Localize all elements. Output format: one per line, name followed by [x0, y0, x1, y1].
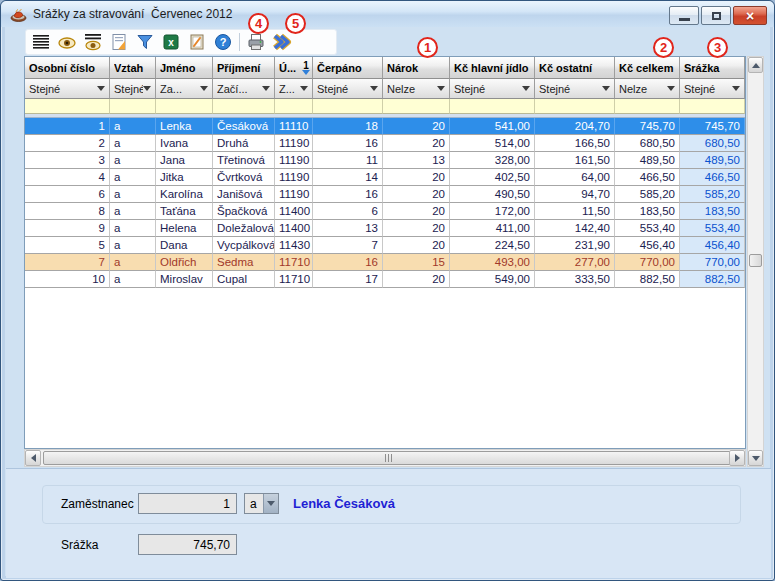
header-cell[interactable]: Nárok	[383, 57, 450, 79]
search-input-cell[interactable]	[110, 99, 156, 114]
header-cell[interactable]: Kč hlavní jídlo	[450, 57, 535, 79]
filter-cell[interactable]: Stejné	[535, 79, 615, 99]
close-icon: ×	[746, 9, 754, 23]
table-row[interactable]: 2aIvanaDruhá111901620514,00166,50680,506…	[25, 135, 745, 152]
show-columns-button[interactable]	[80, 30, 106, 54]
search-input-cell[interactable]	[25, 99, 110, 114]
search-input-cell[interactable]	[213, 99, 275, 114]
maximize-button[interactable]	[701, 6, 731, 25]
header-cell[interactable]: Srážka	[680, 57, 745, 79]
edit-button[interactable]	[184, 30, 210, 54]
header-cell[interactable]: Ú...1	[275, 57, 313, 79]
grid-cell: a	[110, 152, 156, 169]
help-button[interactable]: ?	[210, 30, 236, 54]
grid-cell: 745,70	[615, 118, 680, 135]
search-input-cell[interactable]	[313, 99, 383, 114]
header-cell[interactable]: Čerpáno	[313, 57, 383, 79]
eye-icon	[57, 32, 77, 52]
employee-number-field[interactable]	[138, 493, 237, 514]
grid-cell: Třetinová	[213, 152, 275, 169]
grid-cell: 2	[25, 135, 110, 152]
grid-filter-row: StejnéStejnéZa...Začí...Z...StejnéNelzeS…	[25, 79, 745, 99]
grip-icon	[388, 454, 389, 462]
table-row[interactable]: 8aTaťánaŠpačková11400620172,0011,50183,5…	[25, 203, 745, 220]
grid-cell: 15	[383, 254, 450, 271]
dropdown-arrow-icon	[262, 86, 270, 91]
grid-cell: a	[110, 203, 156, 220]
dropdown-arrow-icon	[300, 86, 308, 91]
table-row[interactable]: 10aMiroslavCupal117101720549,00333,50882…	[25, 271, 745, 288]
search-input-cell[interactable]	[450, 99, 535, 114]
grid-cell: Taťána	[156, 203, 213, 220]
grid-cell: 466,50	[615, 169, 680, 186]
grid-cell: 5	[25, 237, 110, 254]
scroll-right-button[interactable]	[729, 450, 745, 466]
header-label: Kč celkem	[619, 62, 677, 74]
next-button[interactable]	[269, 30, 295, 54]
filter-cell[interactable]: Stejné	[450, 79, 535, 99]
scroll-left-button[interactable]	[25, 450, 41, 466]
note-button[interactable]	[106, 30, 132, 54]
header-cell[interactable]: Jméno	[156, 57, 213, 79]
vertical-scrollbar[interactable]	[747, 56, 764, 467]
filter-cell[interactable]: Nelze	[615, 79, 680, 99]
grid-cell: 456,40	[680, 237, 745, 254]
horizontal-scrollbar[interactable]	[24, 449, 746, 467]
sort-indicator: 1	[302, 61, 310, 75]
excel-export-button[interactable]: x	[158, 30, 184, 54]
grid-cell: 328,00	[450, 152, 535, 169]
search-input-cell[interactable]	[535, 99, 615, 114]
filter-cell[interactable]: Nelze	[383, 79, 450, 99]
table-row[interactable]: 7aOldřichSedma117101615493,00277,00770,0…	[25, 254, 745, 271]
header-cell[interactable]: Kč celkem	[615, 57, 680, 79]
header-cell[interactable]: Osobní číslo	[25, 57, 110, 79]
list-button[interactable]	[28, 30, 54, 54]
window-controls: ×	[669, 6, 767, 25]
grid-cell: 11710	[275, 254, 313, 271]
arrow-left-icon	[31, 454, 36, 462]
scroll-up-button[interactable]	[748, 57, 763, 73]
grid-cell: a	[110, 271, 156, 288]
filter-button[interactable]	[132, 30, 158, 54]
table-row[interactable]: 6aKarolínaJanišová111901620490,5094,7058…	[25, 186, 745, 203]
table-row[interactable]: 3aJanaTřetinová111901113328,00161,50489,…	[25, 152, 745, 169]
grid-cell: 11190	[275, 169, 313, 186]
header-cell[interactable]: Vztah	[110, 57, 156, 79]
grid-cell: Cupal	[213, 271, 275, 288]
grid-cell: 11400	[275, 203, 313, 220]
header-label: Čerpáno	[317, 62, 380, 74]
table-row[interactable]: 5aDanaVycpálková11430720224,50231,90456,…	[25, 237, 745, 254]
search-input-cell[interactable]	[680, 99, 745, 114]
grid-cell: Vycpálková	[213, 237, 275, 254]
vertical-scroll-thumb[interactable]	[749, 254, 762, 267]
scroll-down-button[interactable]	[748, 450, 763, 466]
header-cell[interactable]: Příjmení	[213, 57, 275, 79]
deduction-field[interactable]	[138, 534, 237, 555]
filter-cell[interactable]: Z...	[275, 79, 313, 99]
filter-cell[interactable]: Stejné	[313, 79, 383, 99]
combo-dropdown-button[interactable]	[263, 494, 278, 513]
relation-combobox[interactable]: a	[244, 493, 279, 514]
header-cell[interactable]: Kč ostatní	[535, 57, 615, 79]
dropdown-arrow-icon	[667, 86, 675, 91]
search-input-cell[interactable]	[383, 99, 450, 114]
search-input-cell[interactable]	[615, 99, 680, 114]
grid-cell: 770,00	[680, 254, 745, 271]
filter-cell[interactable]: Stejné	[25, 79, 110, 99]
filter-cell[interactable]: Stejné	[680, 79, 745, 99]
table-row[interactable]: 9aHelenaDoležalová114001320411,00142,405…	[25, 220, 745, 237]
filter-cell[interactable]: Stejné	[110, 79, 156, 99]
grid-cell: 142,40	[535, 220, 615, 237]
grid-cell: 11190	[275, 186, 313, 203]
search-input-cell[interactable]	[275, 99, 313, 114]
filter-cell[interactable]: Za...	[156, 79, 213, 99]
title-bar[interactable]: Srážky za stravování Červenec 2012 ×	[1, 1, 774, 27]
show-record-button[interactable]	[54, 30, 80, 54]
table-row[interactable]: 1aLenkaČesáková111101820541,00204,70745,…	[25, 118, 745, 135]
minimize-button[interactable]	[669, 6, 699, 25]
horizontal-scroll-thumb[interactable]	[43, 451, 733, 465]
table-row[interactable]: 4aJitkaČvrtková111901420402,5064,00466,5…	[25, 169, 745, 186]
search-input-cell[interactable]	[156, 99, 213, 114]
close-button[interactable]: ×	[733, 6, 767, 25]
filter-cell[interactable]: Začí...	[213, 79, 275, 99]
